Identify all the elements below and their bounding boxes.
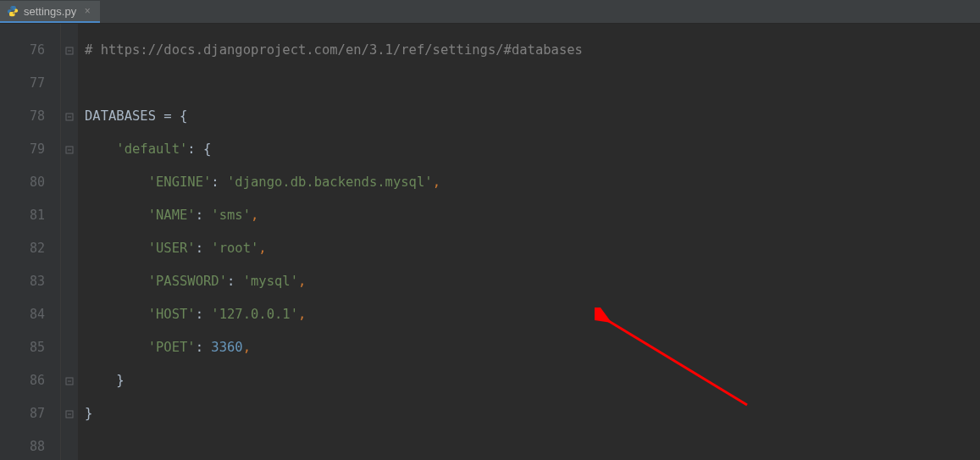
fold-gutter [61, 24, 78, 460]
fold-collapse-icon[interactable] [61, 100, 78, 133]
code-line [85, 430, 980, 460]
code-line: 'NAME': 'sms', [85, 199, 980, 232]
code-line: } [85, 397, 980, 430]
tab-filename: settings.py [24, 5, 76, 18]
code-line: # https://docs.djangoproject.com/en/3.1/… [85, 34, 980, 67]
code-line: 'USER': 'root', [85, 232, 980, 265]
line-number: 84 [0, 298, 60, 331]
file-tab-settings[interactable]: settings.py × [0, 1, 100, 23]
line-number: 82 [0, 232, 60, 265]
tab-bar: settings.py × [0, 0, 980, 24]
line-number: 80 [0, 166, 60, 199]
close-tab-icon[interactable]: × [81, 5, 93, 17]
code-line: 'default': { [85, 133, 980, 166]
line-number-gutter: 76 77 78 79 80 81 82 83 84 85 86 87 88 [0, 24, 61, 460]
python-file-icon [7, 5, 19, 17]
code-line: 'ENGINE': 'django.db.backends.mysql', [85, 166, 980, 199]
code-content-area[interactable]: # https://docs.djangoproject.com/en/3.1/… [78, 24, 980, 460]
fold-end-icon[interactable] [61, 364, 78, 397]
line-number: 85 [0, 331, 60, 364]
line-number: 86 [0, 364, 60, 397]
code-line [85, 67, 980, 100]
code-editor[interactable]: 76 77 78 79 80 81 82 83 84 85 86 87 88 #… [0, 24, 980, 460]
code-line: DATABASES = { [85, 100, 980, 133]
fold-collapse-icon[interactable] [61, 133, 78, 166]
code-line: 'POET': 3360, [85, 331, 980, 364]
line-number: 88 [0, 430, 60, 460]
line-number: 77 [0, 67, 60, 100]
line-number: 79 [0, 133, 60, 166]
fold-region-marker[interactable] [61, 34, 78, 67]
line-number: 87 [0, 397, 60, 430]
line-number: 83 [0, 265, 60, 298]
fold-end-icon[interactable] [61, 397, 78, 430]
code-line: } [85, 364, 980, 397]
line-number: 76 [0, 34, 60, 67]
code-line: 'PASSWORD': 'mysql', [85, 265, 980, 298]
code-line: 'HOST': '127.0.0.1', [85, 298, 980, 331]
line-number: 78 [0, 100, 60, 133]
line-number: 81 [0, 199, 60, 232]
